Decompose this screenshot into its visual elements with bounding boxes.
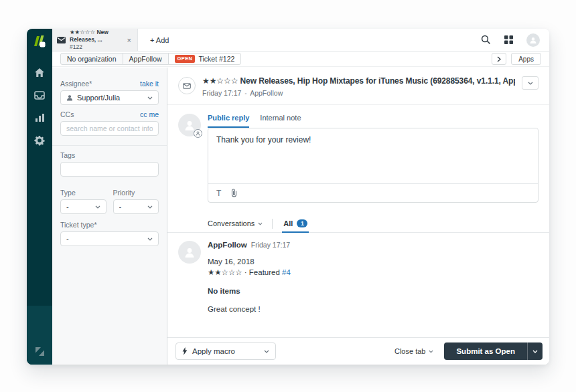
ticket-type-select[interactable]: - (60, 231, 159, 246)
app-window: ★★☆☆☆ New Releases, ... #122 × + Add (27, 29, 549, 365)
ticket-via: AppFollow (250, 89, 283, 97)
views-icon[interactable] (27, 84, 52, 106)
ticket-options-button[interactable] (522, 76, 538, 90)
ticket-title: ★★☆☆☆ New Releases, Hip Hop Mixtapes for… (202, 76, 515, 86)
sidebar-bottom-section (27, 306, 52, 365)
panel-divider (52, 145, 167, 146)
vertical-divider (272, 219, 273, 229)
admin-gear-icon[interactable] (27, 129, 52, 152)
ticket-type-value: - (66, 235, 147, 243)
apply-macro-select[interactable]: Apply macro (175, 342, 276, 360)
star-rating: ★★☆☆☆ (208, 268, 242, 276)
conversations-dropdown[interactable]: Conversations (208, 219, 263, 227)
end-user-badge-icon (194, 129, 202, 138)
message-avatar (178, 241, 201, 264)
breadcrumb-actions: Apps (492, 53, 541, 65)
conversation-column: ★★☆☆☆ New Releases, Hip Hop Mixtapes for… (167, 68, 549, 365)
apps-button[interactable]: Apps (511, 53, 541, 65)
tags-input[interactable] (66, 165, 153, 173)
reply-composer: Public reply Internal note Thank you for… (167, 105, 549, 203)
reply-tabs: Public reply Internal note (208, 114, 538, 128)
tab-title: ★★☆☆☆ New Releases, ... #122 (70, 29, 122, 51)
type-select[interactable]: - (60, 199, 106, 214)
breadcrumb-ticket-label: Ticket #122 (198, 55, 234, 63)
envelope-icon (57, 37, 66, 43)
text-format-icon[interactable]: T (216, 189, 221, 198)
product-logo-icon[interactable] (32, 34, 47, 49)
tab-ticket-122[interactable]: ★★☆☆☆ New Releases, ... #122 × (52, 29, 138, 51)
featured-label: Featured (249, 268, 280, 276)
zendesk-logo-icon (35, 347, 45, 357)
chevron-down-icon (429, 350, 433, 353)
assignee-value: Support/Julia (77, 94, 147, 102)
take-it-link[interactable]: take it (140, 80, 159, 88)
ticket-header: ★★☆☆☆ New Releases, Hip Hop Mixtapes for… (167, 68, 549, 105)
tab-public-reply[interactable]: Public reply (208, 114, 249, 128)
tab-all-conversations[interactable]: All 1 (282, 215, 309, 233)
close-tab-action[interactable]: Close tab (394, 347, 433, 355)
home-icon[interactable] (27, 61, 52, 84)
priority-label: Priority (113, 189, 135, 197)
review-body: Great concept ! (208, 305, 538, 313)
message-author[interactable]: AppFollow (208, 241, 247, 249)
add-tab-button[interactable]: + Add (138, 29, 181, 51)
reply-box: Thank you for your review! T (208, 128, 538, 203)
macro-bolt-icon (182, 347, 188, 355)
submit-button-group: Submit as Open (444, 342, 543, 360)
attachment-icon[interactable] (231, 189, 237, 197)
search-icon[interactable] (481, 35, 491, 45)
user-avatar[interactable] (526, 33, 540, 47)
submit-as-open-button[interactable]: Submit as Open (444, 342, 527, 360)
status-badge: OPEN (175, 55, 196, 63)
chevron-down-icon (147, 237, 153, 241)
ticket-properties-panel: Assignee* take it Support/Julia CCs cc m… (52, 68, 167, 365)
featured-link[interactable]: #4 (282, 268, 291, 276)
chevron-down-icon (95, 205, 100, 209)
apps-grid-icon[interactable] (504, 35, 513, 44)
ccs-field-wrap (60, 121, 159, 136)
submit-options-button[interactable] (527, 342, 543, 360)
breadcrumb-segments: No organization AppFollow OPEN Ticket #1… (60, 53, 241, 65)
tags-label: Tags (60, 151, 75, 159)
reports-icon[interactable] (27, 106, 52, 129)
sidebar (27, 29, 52, 365)
topbar-actions (481, 29, 549, 51)
priority-select[interactable]: - (113, 199, 159, 214)
conversations-filter-bar: Conversations All 1 (167, 215, 549, 233)
tab-bar: ★★☆☆☆ New Releases, ... #122 × + Add (52, 29, 549, 52)
breadcrumb-requester[interactable]: AppFollow (123, 53, 169, 65)
message-time: Friday 17:17 (251, 241, 290, 249)
bullet-separator: • (244, 90, 246, 96)
main-area: ★★☆☆☆ New Releases, ... #122 × + Add (52, 29, 549, 365)
close-tab-icon[interactable]: × (126, 35, 133, 45)
apply-macro-label: Apply macro (192, 347, 259, 355)
priority-value: - (119, 203, 148, 211)
collapse-panel-button[interactable] (492, 53, 506, 65)
breadcrumb-ticket[interactable]: OPEN Ticket #122 (168, 53, 242, 65)
email-channel-icon (178, 77, 196, 94)
composer-toolbar: T (208, 183, 538, 202)
reply-textarea[interactable]: Thank you for your review! (208, 128, 538, 183)
agent-avatar (178, 114, 201, 136)
cc-me-link[interactable]: cc me (140, 110, 159, 118)
breadcrumb-organization[interactable]: No organization (60, 53, 123, 65)
assignee-select[interactable]: Support/Julia (60, 90, 159, 105)
tags-field-wrap (60, 162, 159, 177)
breadcrumb: No organization AppFollow OPEN Ticket #1… (52, 52, 549, 67)
ticket-type-label: Ticket type* (60, 221, 96, 229)
footer-bar: Apply macro Close tab Submit as Open (167, 337, 549, 365)
review-date: May 16, 2018 (208, 258, 538, 266)
chevron-down-icon (264, 350, 269, 353)
tab-internal-note[interactable]: Internal note (260, 114, 301, 128)
content-spacer (167, 313, 549, 337)
ticket-body: Assignee* take it Support/Julia CCs cc m… (52, 68, 549, 365)
type-value: - (66, 203, 95, 211)
ticket-time: Friday 17:17 (202, 89, 241, 97)
chevron-down-icon (258, 222, 263, 225)
review-rating-line: ★★☆☆☆ · Featured #4 (208, 268, 538, 277)
assignee-label: Assignee* (60, 80, 92, 88)
type-label: Type (60, 189, 76, 197)
review-subject: No items (208, 287, 538, 295)
ccs-input[interactable] (66, 124, 153, 132)
conversation-message: AppFollow Friday 17:17 May 16, 2018 ★★☆☆… (167, 233, 549, 313)
